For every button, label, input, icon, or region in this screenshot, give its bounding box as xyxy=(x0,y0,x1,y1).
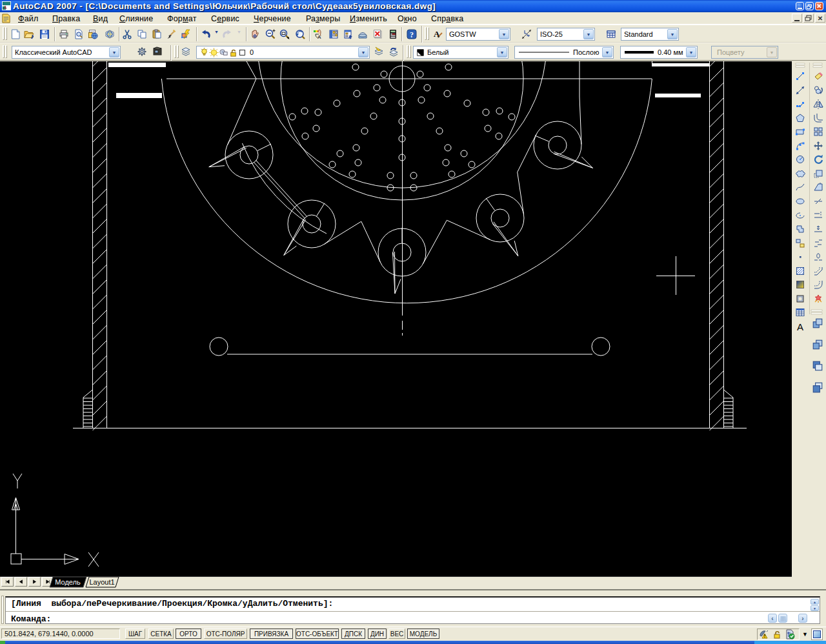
svg-text:A: A xyxy=(317,34,321,39)
svg-text:A: A xyxy=(797,321,803,332)
svg-text:?: ? xyxy=(410,30,414,39)
svg-text:A: A xyxy=(4,5,7,10)
svg-text:Layout1: Layout1 xyxy=(89,578,114,586)
svg-text:Модель: Модель xyxy=(55,578,81,586)
svg-text:!: ! xyxy=(764,634,765,638)
